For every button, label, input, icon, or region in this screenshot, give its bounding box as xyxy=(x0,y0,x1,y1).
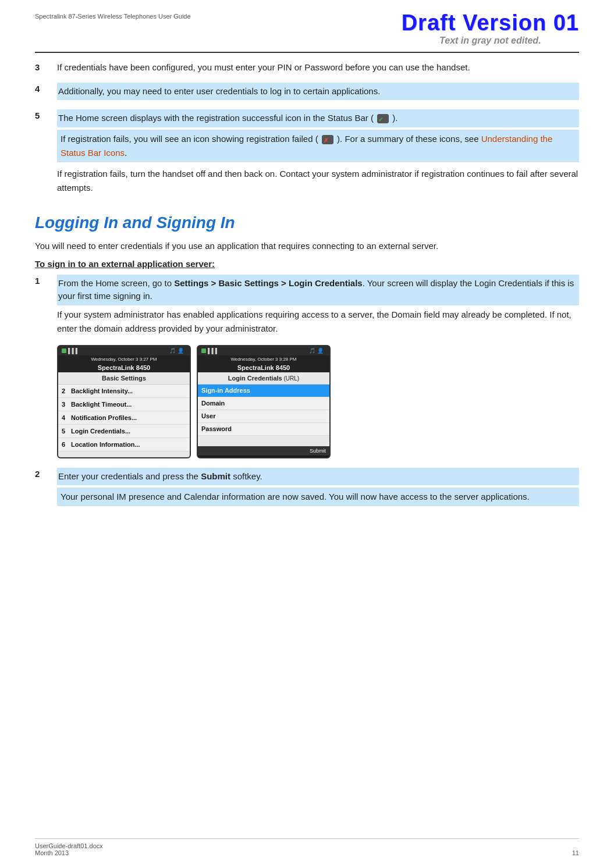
signal-bars-icon: ▌▌▌ xyxy=(68,348,79,354)
phone-left-signal: ▌▌▌ xyxy=(62,348,79,354)
submit-softkey[interactable]: Submit xyxy=(310,448,326,454)
section-heading: Logging In and Signing In xyxy=(35,214,579,232)
step-5-row: 5 The Home screen displays with the regi… xyxy=(35,109,579,129)
phone-right-model: SpectraLink 8450 xyxy=(198,363,329,372)
phone-right-field-sign-in: Sign-in Address xyxy=(198,385,329,397)
signal-green-icon-2 xyxy=(201,348,206,353)
step-3-num: 3 xyxy=(35,61,57,72)
phone-right: ▌▌▌ 🎵 👤 Wednesday, October 3 3:28 PM Spe… xyxy=(197,345,331,458)
phone-left-item-5: 5 Login Credentials... xyxy=(58,425,190,438)
footer-doc-name: UserGuide-draft01.docx xyxy=(35,842,103,849)
step-5-sub1: If registration fails, you will see an i… xyxy=(57,130,579,162)
footer-date: Month 2013 xyxy=(35,849,103,856)
step-4-row: 4 Additionally, you may need to enter us… xyxy=(35,83,579,102)
step-3-row: 3 If credentials have been configured, y… xyxy=(35,61,579,74)
footer-page-number: 11 xyxy=(572,849,579,856)
phone-right-signal: ▌▌▌ xyxy=(201,348,219,354)
phone-left-item-2: 2 Backlight Intensity... xyxy=(58,385,190,398)
fail-icon: ✗ xyxy=(322,135,333,144)
phone-left-screen-title: Basic Settings xyxy=(58,372,190,385)
phone-left-model: SpectraLink 8450 xyxy=(58,363,190,372)
signal-bars-icon-2: ▌▌▌ xyxy=(208,348,219,354)
step-2-content: Enter your credentials and press the Sub… xyxy=(57,468,579,486)
top-divider xyxy=(35,52,579,53)
draft-header: Draft Version 01 Text in gray not edited… xyxy=(402,10,579,46)
draft-subtitle: Text in gray not edited. xyxy=(402,35,579,46)
phone-right-spacer xyxy=(198,436,329,446)
step-5-sub2: If registration fails, turn the handset … xyxy=(57,167,579,195)
phone-left-time: Wednesday, October 3 3:27 PM xyxy=(58,355,190,363)
phone-right-field-password: Password xyxy=(198,423,329,436)
phone-left-item-6: 6 Location Information... xyxy=(58,438,190,451)
footer-left: UserGuide-draft01.docx Month 2013 xyxy=(35,842,103,856)
procedure-heading: To sign in to an external application se… xyxy=(35,259,579,269)
step-1-num: 1 xyxy=(35,275,57,286)
page-footer: UserGuide-draft01.docx Month 2013 11 xyxy=(35,838,579,856)
draft-title: Draft Version 01 xyxy=(402,10,579,35)
success-icon: ✓ xyxy=(377,114,389,123)
phone-right-field-domain: Domain xyxy=(198,397,329,410)
phone-left-status-bar: ▌▌▌ 🎵 👤 xyxy=(58,346,190,355)
step-1-row: 1 From the Home screen, go to Settings >… xyxy=(35,275,579,307)
phone-right-field-user: User xyxy=(198,410,329,423)
status-bar-link[interactable]: Understanding the Status Bar Icons xyxy=(61,134,552,158)
signal-green-icon xyxy=(62,348,66,353)
step-2-num: 2 xyxy=(35,468,57,479)
phone-right-softkey-bar: Submit xyxy=(198,446,329,456)
step-1-sub: If your system administrator has enabled… xyxy=(57,308,579,336)
intro-para: You will need to enter credentials if yo… xyxy=(35,239,579,253)
phone-right-time: Wednesday, October 3 3:28 PM xyxy=(198,355,329,363)
step-3-content: If credentials have been configured, you… xyxy=(57,61,579,74)
phone-left-bottom-pad xyxy=(58,451,190,457)
step-4-num: 4 xyxy=(35,83,57,94)
step-2-row: 2 Enter your credentials and press the S… xyxy=(35,468,579,487)
guide-title: Spectralink 87-Series Wireless Telephone… xyxy=(35,10,191,20)
step-5-num: 5 xyxy=(35,109,57,120)
phone-left-item-4: 4 Notification Profiles... xyxy=(58,411,190,425)
phone-left: ▌▌▌ 🎵 👤 Wednesday, October 3 3:27 PM Spe… xyxy=(57,345,191,458)
step-1-content: From the Home screen, go to Settings > B… xyxy=(57,275,579,305)
phone-right-screen-title: Login Credentials (URL) xyxy=(198,372,329,385)
phone-right-status-bar: ▌▌▌ 🎵 👤 xyxy=(198,346,329,355)
step-4-content: Additionally, you may need to enter user… xyxy=(57,83,579,101)
page-header: Spectralink 87-Series Wireless Telephone… xyxy=(35,10,579,46)
phone-left-item-3: 3 Backlight Timeout... xyxy=(58,398,190,411)
phone-screenshots: ▌▌▌ 🎵 👤 Wednesday, October 3 3:27 PM Spe… xyxy=(57,345,579,458)
step-5-content: The Home screen displays with the regist… xyxy=(57,109,579,127)
step-2-sub: Your personal IM presence and Calendar i… xyxy=(57,488,579,506)
